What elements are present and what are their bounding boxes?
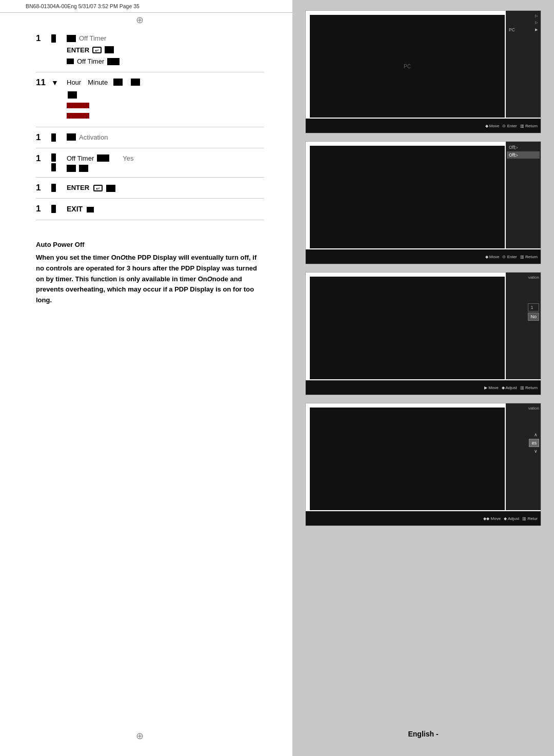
br-oty-3 [79,165,88,172]
step-body-11: Hour Minute [64,77,264,122]
mi-arrow-1-2: ▷ [535,21,538,25]
step-body-enter: ENTER ↵ [64,183,264,193]
crosshair-top: ⊕ [136,14,144,26]
step-body-exit: EXIT [64,204,264,215]
crosshair-bottom: ⊕ [136,730,144,742]
step-row-activation: 1 Activation [36,127,264,148]
black-rect-1 [67,35,76,42]
panel-4: vation ∧ es ∨ ◆◆ Move ◆ Adjust ▥ Retur [305,403,541,526]
step-number-oty: 1 [36,153,51,164]
step-icon-oty [51,153,64,171]
panel-4-nav: ◆◆ Move ◆ Adjust ▥ Retur [306,511,541,526]
enter-icon-1: ↵ [92,47,102,53]
menu-item-1-2: ▷ [507,20,540,26]
nav-1-return: ▥ Return [520,124,538,128]
step-row-exit: 1 EXIT [36,199,264,220]
step-11-adj [67,102,264,122]
step-number-1: 1 [36,33,51,44]
panel-4-menu: vation ∧ es ∨ [506,403,541,510]
panel-2: Off▷ Off▷ ◆ Move ⊙ Enter ▥ Return [305,141,541,264]
hour-label: Hour [67,77,81,88]
enter-label-1: ENTER [67,45,89,55]
panel-4-down-arrow: ∨ [532,448,539,454]
panel-2-screen [310,146,505,248]
step-row-11: 11 ▼ Hour Minute [36,72,264,127]
nav-3-return: ▥ Return [520,385,538,390]
exit-label: EXIT [67,205,83,213]
page-header: BN68-01304A-00Eng 5/31/07 3:52 PM Page 3… [0,0,292,13]
nav-1-move: ◆ Move [485,124,500,128]
step-number-exit: 1 [36,204,51,214]
black-rect-3 [67,59,74,64]
panel-3-opt-1: 1 [528,303,539,312]
br-exit [87,207,94,212]
panel-4-opt-yes: es [529,439,539,447]
nav-3-move: ▶ Move [484,385,499,390]
step-icon-1 [51,33,64,43]
mi-label-2-1: Off▷ [509,145,518,150]
nav-2-enter: ⊙ Enter [502,255,517,259]
remote-icon-exit [51,205,56,213]
step-row-enter: 1 ENTER ↵ [36,178,264,199]
panel-2-menu: Off▷ Off▷ [506,142,541,248]
step-number-11: 11 [36,77,51,88]
black-rect-2 [105,46,114,53]
mi-arrow-1-1: ▷ [535,14,538,18]
down-arrow-icon-11: ▼ [51,79,58,87]
step-icon-11: ▼ [51,77,64,87]
adj-bar-2 [67,113,89,119]
nav-2-return: ▥ Return [520,255,538,259]
panel-1-nav: ◆ Move ⊙ Enter ▥ Return [306,119,541,133]
off-timer-sub: Off Timer [77,56,104,67]
step-icon-exit [51,204,64,213]
panel-1-menu: ▷ ▷ PC ▶ [506,11,541,118]
mi-label-1-3: PC [509,27,515,32]
panel-2-nav: ◆ Move ⊙ Enter ▥ Return [306,249,541,264]
black-rect-hm2 [131,79,140,86]
activation-label: Activation [79,132,108,143]
black-rect-4 [107,58,120,65]
yes-label: Yes [123,153,133,164]
adj-bar-1 [67,103,89,108]
panel-3-vation: vation [528,275,539,280]
menu-item-1-3: PC ▶ [507,26,540,33]
step-row-1: 1 Off Timer ENTER ↵ [36,28,264,72]
nav-4-adjust: ◆ Adjust [504,516,519,521]
remote-icon-oty [51,153,56,162]
auto-power-title: Auto Power Off [36,241,264,248]
panel-4-up-arrow: ∧ [532,432,539,438]
step-row-offtimer-yes: 1 Off Timer Yes [36,148,264,178]
step-body-act: Activation [64,132,264,143]
step-number-act: 1 [36,132,51,143]
panel-4-options: ∧ es ∨ [529,432,539,454]
br-oty-1 [97,154,109,162]
menu-item-2-2: Off▷ [507,151,540,159]
left-content: BN68-01304A-00Eng 5/31/07 3:52 PM Page 3… [0,0,292,756]
panel-4-vation: vation [528,406,539,411]
panel-3-opt-no: No [528,313,539,321]
english-footer: English - [305,720,541,746]
black-rect-hm [113,79,123,86]
mi-label-2-2: Off▷ [509,152,518,158]
panel-3-options: 1 No [528,303,539,321]
panel-2-menu-list: Off▷ Off▷ [506,142,541,161]
br-oty-2 [67,165,76,172]
panel-1-screen: PC [310,15,505,118]
enter-icon-2: ↵ [93,185,103,191]
panel-3: vation 1 No ▶ Move ◆ Adjust ▥ Return [305,272,541,395]
step-body-1: Off Timer ENTER ↵ Off Timer [64,33,264,67]
english-footer-container: English - [305,714,541,746]
panel-1-menu-list: ▷ ▷ PC ▶ [506,11,541,35]
auto-power-section: Auto Power Off When you set the timer On… [0,230,292,316]
panel-3-screen [310,277,505,379]
step-11-sub [68,89,264,100]
nav-3-adjust: ◆ Adjust [502,385,517,390]
nav-4-move: ◆◆ Move [483,516,501,521]
nav-4-return: ▥ Retur [522,516,538,521]
panel-4-screen [310,408,505,510]
remote-icon-oty2 [51,163,56,171]
remote-icon-enter [51,184,56,192]
br-sub1 [68,91,77,99]
nav-1-enter: ⊙ Enter [502,124,517,128]
mi-arrow-1-3: ▶ [535,28,538,32]
